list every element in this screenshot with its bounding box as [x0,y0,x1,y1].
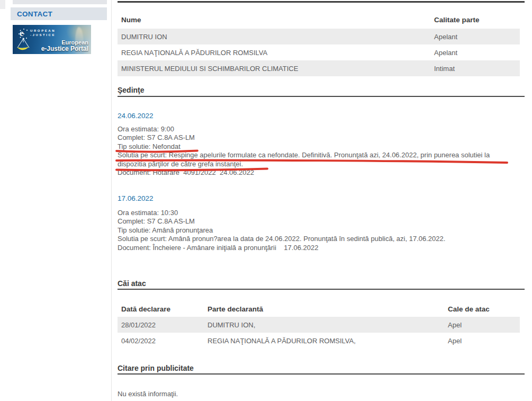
hearing-details: Ora estimata: 10:30 Complet: S7 C.8A AS-… [118,209,525,252]
section-divider-top [118,1,525,3]
ejustice-e-icon: e [20,28,24,39]
hearing-tip-solutie: Tip solutie: Nefondat [118,142,525,151]
appeal-type: Apel [448,333,462,349]
hearing-ora-estimata: Ora estimata: 10:30 [118,209,525,217]
appeals-title-underline [118,289,525,290]
col-header-nume: Nume [121,12,141,28]
sidebar-item-contact[interactable]: CONTACT [11,7,107,20]
hearing-document: Document: Încheiere - Amânare iniţială a… [118,244,525,252]
hearing-details: Ora estimata: 9:00 Complet: S7 C.8A AS-L… [118,125,525,177]
col-header-parte-declaranta: Parte declarantă [208,301,263,317]
hearings-title-underline [118,96,525,97]
col-header-data-declarare: Dată declarare [121,301,170,317]
sidebar-item-fragment [13,0,107,4]
appeal-type: Apel [448,317,462,333]
col-header-calitate: Calitate parte [434,12,480,28]
citation-title-underline [118,373,525,375]
hearing-complet: Complet: S7 C.8A AS-LM [118,133,525,142]
citation-section-title: Citare prin publicitate [118,364,194,372]
logo-word-justice: -JUSTICE [30,33,56,37]
ejustice-portal-banner[interactable]: e UROPEAN -JUSTICE European e-Justice Po… [13,25,91,54]
parties-table-header: Nume Calitate parte [118,12,520,28]
hearing-date-link[interactable]: 17.06.2022 [118,194,154,202]
appeal-party: DUMITRU ION, [208,317,255,333]
col-header-cale-de-atac: Cale de atac [448,301,490,317]
contact-label: CONTACT [17,10,52,18]
appeals-table-header: Dată declarare Parte declarantă Cale de … [118,301,520,317]
table-row: 04/02/2022 REGIA NAŢIONALĂ A PĂDURILOR R… [118,333,520,349]
table-row: MINISTERUL MEDIULUI SI SCHIMBARILOR CLIM… [118,60,520,76]
party-name: REGIA NAŢIONALĂ A PĂDURILOR ROMSILVA [121,44,267,60]
hearing-solutia-pe-scurt: Solutia pe scurt: Respinge apelurile for… [118,151,525,159]
hearings-section-title: Şedinţe [118,86,145,94]
party-name: DUMITRU ION [121,29,167,44]
page: { "sidebar": { "contact_label": "CONTACT… [0,0,532,401]
hearing-document: Document: Hotarâre 4091/2022 24.06.2022 [118,168,525,177]
appeal-date: 28/01/2022 [121,317,156,333]
hearing-tip-solutie: Tip solutie: Amână pronunţarea [118,226,525,235]
party-role: Apelant [434,29,457,44]
party-role: Intimat [434,60,455,76]
table-row: 28/01/2022 DUMITRU ION, Apel [118,317,520,333]
case-detail-content: Nume Calitate parte DUMITRU ION Apelant … [118,0,525,401]
hearing-complet: Complet: S7 C.8A AS-LM [118,217,525,226]
appeals-section-title: Căi atac [118,279,146,288]
banner-caption-line2: e-Justice Portal [41,46,88,52]
appeal-party: REGIA NAŢIONALĂ A PĂDURILOR ROMSILVA, [208,333,356,349]
sidebar-content-divider [111,0,112,401]
logo-word-european: UROPEAN [30,29,56,32]
hearing-ora-estimata: Ora estimata: 9:00 [118,125,525,133]
table-row: DUMITRU ION Apelant [118,29,520,44]
hearing-solutia-pe-scurt: Solutia pe scurt: Amână pronun?area la d… [118,235,525,243]
citation-empty-text: Nu există informaţii. [118,390,178,398]
appeal-date: 04/02/2022 [121,333,156,349]
scales-of-justice-icon [15,38,31,52]
party-name: MINISTERUL MEDIULUI SI SCHIMBARILOR CLIM… [121,60,298,76]
hearing-date-link[interactable]: 24.06.2022 [118,112,154,120]
hearing-solutia-pe-scurt-cont: dispozitia părţilor de către grefa insta… [118,160,525,168]
table-row: REGIA NAŢIONALĂ A PĂDURILOR ROMSILVA Ape… [118,44,520,60]
sidebar-edge-fragment [0,0,5,9]
party-role: Apelant [434,44,457,60]
